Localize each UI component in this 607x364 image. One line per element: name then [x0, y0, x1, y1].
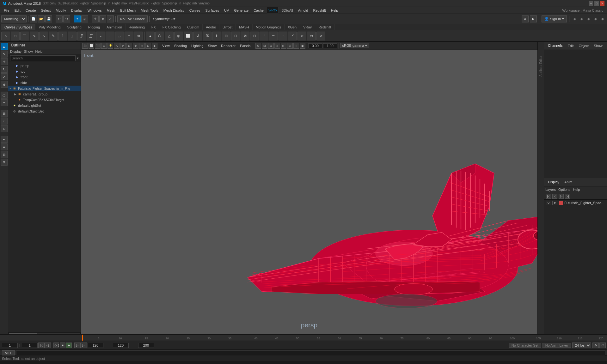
sculpt-tool[interactable]: ⌖: [1, 99, 8, 106]
lighting-menu[interactable]: Lighting: [189, 43, 205, 48]
current-frame-field[interactable]: 1: [2, 343, 18, 348]
menu-3dtoall[interactable]: 3DtoAll: [279, 7, 295, 14]
viewport-value-1[interactable]: [308, 43, 322, 48]
shelf-icon-surface10[interactable]: ⊗: [307, 32, 316, 40]
stop-button[interactable]: ■: [60, 343, 65, 348]
outliner-show-menu[interactable]: Show: [24, 50, 33, 53]
menu-file[interactable]: File: [1, 7, 12, 14]
shelf-icon-curve3[interactable]: ∭: [87, 32, 95, 40]
shelf-tab-fx-caching[interactable]: FX Caching: [159, 24, 184, 30]
shelf-icon-bezier[interactable]: ⌇: [58, 32, 67, 40]
render-settings-button[interactable]: ⚙: [522, 15, 529, 22]
shelf-icon-loft[interactable]: ⌘: [203, 32, 212, 40]
redo-button[interactable]: ↪: [63, 15, 70, 22]
select-tool[interactable]: ▲: [1, 43, 8, 50]
layer-manager[interactable]: ≡: [1, 136, 8, 143]
tl-settings-btn[interactable]: ⚙: [592, 343, 599, 348]
shelf-icon-surface3[interactable]: ⊠: [241, 32, 249, 40]
menu-display[interactable]: Display: [69, 7, 85, 14]
shelf-icon-plane[interactable]: ⬜: [184, 32, 193, 40]
shelf-tab-mash[interactable]: MASH: [236, 24, 253, 30]
shelf-icon-curve4[interactable]: ⌣: [96, 32, 105, 40]
menu-edit[interactable]: Edit: [12, 7, 23, 14]
vp-cam-icon[interactable]: 🎥: [82, 43, 88, 49]
prev-frame-button[interactable]: ◁: [45, 343, 51, 348]
shelf-icon-surface9[interactable]: ⊛: [297, 32, 306, 40]
help-sub[interactable]: Help: [573, 188, 580, 191]
shelf-icon-pencil[interactable]: ✎: [49, 32, 58, 40]
vp-xray-icon[interactable]: ⊕: [133, 43, 138, 49]
snap-curve[interactable]: ⌇: [1, 118, 8, 124]
outliner-display-menu[interactable]: Display: [10, 50, 21, 53]
attribute-editor-btn[interactable]: ⊟: [1, 151, 8, 158]
gamma-display[interactable]: sRGB gamma ▾: [340, 43, 369, 48]
next-key-button[interactable]: ▷|: [81, 343, 87, 348]
shelf-icon-surface5[interactable]: ⋮: [260, 32, 268, 40]
shelf-tab-vray[interactable]: VRay: [300, 24, 315, 30]
sign-in-button[interactable]: 👤 Sign In ▾: [542, 15, 567, 22]
viewport-canvas[interactable]: persp front: [81, 50, 537, 334]
menu-cache[interactable]: Cache: [251, 7, 266, 14]
play-forward-button[interactable]: ▶: [66, 343, 72, 348]
undo-button[interactable]: ↩: [56, 15, 63, 22]
vp-next-icon[interactable]: ▷: [281, 43, 286, 49]
shelf-tab-sculpting[interactable]: Sculpting: [64, 24, 85, 30]
move-tool[interactable]: ✛: [1, 58, 8, 65]
vp-bookmark-icon[interactable]: ☆: [287, 43, 293, 49]
shelf-icon-curve5[interactable]: ⌢: [106, 32, 114, 40]
menu-modify[interactable]: Modify: [53, 7, 68, 14]
vp-prev-icon[interactable]: ◁: [274, 43, 280, 49]
outliner-item-default-light-set[interactable]: ☀ defaultLightSet: [8, 103, 81, 108]
shelf-icon-surface2[interactable]: ⊟: [231, 32, 240, 40]
shelf-icon-cone[interactable]: △: [165, 32, 174, 40]
fps-dropdown[interactable]: 24 fps: [572, 343, 591, 348]
display-tab[interactable]: Display: [547, 179, 561, 185]
scale-tool-button[interactable]: ⤢: [107, 15, 114, 22]
minimize-button[interactable]: ─: [589, 1, 593, 6]
shelf-icon-square[interactable]: □: [11, 32, 20, 40]
status-icon-5[interactable]: ◉: [599, 16, 606, 22]
snap-grid[interactable]: ⊞: [1, 110, 8, 117]
menu-surfaces[interactable]: Surfaces: [203, 7, 222, 14]
status-icon-3[interactable]: ◉: [586, 16, 592, 22]
channels-tab[interactable]: Channels: [547, 43, 564, 48]
vp-wireframe-icon[interactable]: ⬛: [95, 43, 101, 49]
shelf-icon-ep[interactable]: ∿: [39, 32, 48, 40]
menu-generate[interactable]: Generate: [231, 7, 251, 14]
search-arrow-icon[interactable]: ▾: [77, 56, 79, 60]
lasso-button[interactable]: ◎: [81, 15, 88, 22]
status-icon-4[interactable]: ◉: [592, 16, 599, 22]
vp-frame-sel-icon[interactable]: ⊞: [268, 43, 274, 49]
playback-end-field[interactable]: [88, 343, 103, 348]
status-icon-1[interactable]: ◉: [572, 16, 578, 22]
outliner-item-side[interactable]: ▶ side: [8, 80, 81, 86]
no-live-surface[interactable]: No Live Surface: [117, 15, 148, 22]
menu-edit-mesh[interactable]: Edit Mesh: [118, 7, 138, 14]
shelf-icon-curve2[interactable]: ∬: [77, 32, 86, 40]
outliner-item-spaceship[interactable]: ▾ ⊞ Futuristic_Fighter_Spaceship_in_Flig: [8, 86, 81, 91]
vp-resolution-icon[interactable]: ⊡: [145, 43, 151, 49]
select-tool-button[interactable]: ✦: [74, 15, 81, 22]
shelf-tab-custom[interactable]: Custom: [184, 24, 203, 30]
menu-create[interactable]: Create: [23, 7, 39, 14]
shelf-tab-xgen[interactable]: XGen: [285, 24, 300, 30]
vp-hud-icon[interactable]: ⊟: [126, 43, 132, 49]
menu-mesh-display[interactable]: Mesh Display: [161, 7, 187, 14]
shelf-icon-curve1[interactable]: ∫: [68, 32, 77, 40]
playback-start-field[interactable]: [22, 343, 38, 348]
menu-redshift[interactable]: Redshift: [310, 7, 328, 14]
vp-grid-icon[interactable]: #: [120, 43, 126, 49]
outliner-item-camera-group[interactable]: ▶ ⊞ camera1_group: [8, 91, 81, 97]
shelf-tab-rendering[interactable]: Rendering: [126, 24, 148, 30]
status-icon-2[interactable]: ◉: [579, 16, 585, 22]
open-scene-button[interactable]: 📂: [38, 15, 45, 22]
options-sub[interactable]: Options: [558, 188, 570, 191]
menu-windows[interactable]: Windows: [85, 7, 104, 14]
prev-key-button[interactable]: |◁: [38, 343, 45, 348]
outliner-help-menu[interactable]: Help: [35, 50, 43, 53]
shelf-icon-cv[interactable]: ∿: [30, 32, 39, 40]
vp-aa-icon[interactable]: A: [114, 43, 120, 49]
menu-mesh[interactable]: Mesh: [104, 7, 118, 14]
vp-textured-icon[interactable]: ⊞: [101, 43, 107, 49]
shelf-icon-surface6[interactable]: ⋯: [269, 32, 278, 40]
